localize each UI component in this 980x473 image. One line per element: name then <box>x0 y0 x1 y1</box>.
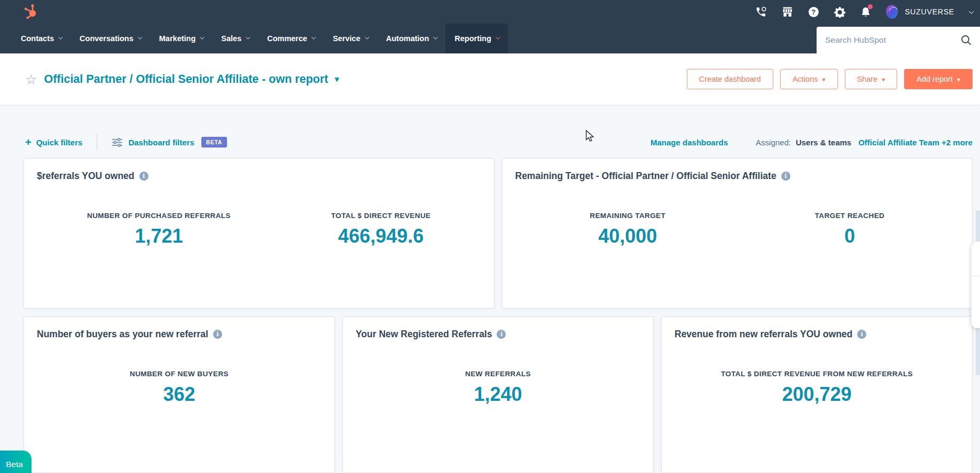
metric-label: TOTAL $ DIRECT REVENUE FROM NEW REFERRAL… <box>721 370 913 378</box>
report-card-revenue-new-referrals: Revenue from new referrals YOU owned TOT… <box>661 316 973 473</box>
info-icon[interactable] <box>781 172 790 181</box>
info-icon[interactable] <box>857 330 866 339</box>
chevron-down-icon <box>200 35 204 39</box>
plus-icon <box>25 137 32 148</box>
info-icon[interactable] <box>139 172 148 181</box>
metric-value: 0 <box>815 225 885 247</box>
report-card-new-registered-referrals: Your New Registered Referrals NEW REFERR… <box>342 316 654 473</box>
beta-badge: BETA <box>201 137 227 148</box>
report-card-remaining-target: Remaining Target - Official Partner / Of… <box>502 158 973 308</box>
help-icon[interactable]: ? <box>807 6 819 18</box>
card-title: $referrals YOU owned <box>37 170 135 182</box>
dashboard-filters-link[interactable]: Dashboard filters <box>128 138 194 147</box>
report-row-2: Number of buyers as your new referral NU… <box>23 316 973 473</box>
share-button[interactable]: Share <box>845 69 898 89</box>
info-icon[interactable] <box>497 330 506 339</box>
chevron-down-icon <box>58 35 62 39</box>
divider <box>97 134 97 150</box>
toolbar-right: Manage dashboards Assigned: Users & team… <box>650 138 973 147</box>
account-chevron-down-icon[interactable] <box>969 9 974 14</box>
card-title: Remaining Target - Official Partner / Of… <box>515 170 777 182</box>
report-card-referrals-owned: $referrals YOU owned NUMBER OF PURCHASED… <box>23 158 495 308</box>
nav-label: Marketing <box>159 34 196 43</box>
hubspot-dashboard-page: ? SUZUVERSE Contacts <box>0 0 980 473</box>
metric: TARGET REACHED 0 <box>815 212 885 247</box>
metric-value: 362 <box>130 383 229 406</box>
metric: NUMBER OF PURCHASED REFERRALS 1,721 <box>87 212 231 247</box>
dashboard-switcher-caret-icon[interactable] <box>334 74 339 85</box>
card-title: Number of buyers as your new referral <box>37 329 208 340</box>
beta-corner-tag[interactable]: Beta <box>0 451 32 473</box>
nav-label: Service <box>333 34 360 43</box>
card-title: Your New Registered Referrals <box>356 329 492 340</box>
notification-dot <box>868 4 873 9</box>
nav-item-reporting[interactable]: Reporting <box>445 24 507 53</box>
chevron-down-icon <box>957 75 960 83</box>
notifications-icon[interactable] <box>860 6 872 18</box>
card-title-row: Number of buyers as your new referral <box>37 329 322 340</box>
hubspot-sprocket-icon[interactable] <box>23 4 38 20</box>
assigned-users-value: Users & teams <box>796 138 851 147</box>
nav-item-conversations[interactable]: Conversations <box>70 24 150 53</box>
metric: NEW REFERRALS 1,240 <box>465 370 531 406</box>
nav-label: Automation <box>386 34 429 43</box>
metric-value: 1,240 <box>465 383 531 406</box>
button-label: Actions <box>793 75 818 83</box>
sliders-icon <box>112 138 123 147</box>
actions-button[interactable]: Actions <box>780 69 838 89</box>
report-card-new-buyers: Number of buyers as your new referral NU… <box>23 316 335 473</box>
manage-dashboards-link[interactable]: Manage dashboards <box>650 138 728 147</box>
nav-label: Conversations <box>80 34 134 43</box>
metric-label: NUMBER OF PURCHASED REFERRALS <box>87 212 231 220</box>
metric-value: 200,729 <box>721 383 913 406</box>
chevron-down-icon <box>882 75 885 83</box>
account-name[interactable]: SUZUVERSE <box>905 7 954 16</box>
chevron-down-icon <box>433 35 437 39</box>
nav-label: Contacts <box>21 34 54 43</box>
question-mark-glyph: ? <box>809 7 819 17</box>
divider <box>971 276 980 276</box>
metric-label: REMAINING TARGET <box>590 212 665 220</box>
nav-item-commerce[interactable]: Commerce <box>258 24 324 53</box>
add-report-button[interactable]: Add report <box>904 69 973 89</box>
chevron-down-icon <box>822 75 825 83</box>
chevron-down-icon <box>496 35 500 39</box>
nav-item-contacts[interactable]: Contacts <box>12 24 70 53</box>
settings-icon[interactable] <box>834 6 845 18</box>
nav-item-sales[interactable]: Sales <box>212 24 258 53</box>
search-icon[interactable] <box>960 34 972 48</box>
phone-icon[interactable] <box>755 6 767 18</box>
dashboard-header: Official Partner / Official Senior Affil… <box>0 53 980 105</box>
favorite-star-icon[interactable] <box>25 73 37 86</box>
metrics: NUMBER OF PURCHASED REFERRALS 1,721 TOTA… <box>37 212 481 247</box>
report-row-1: $referrals YOU owned NUMBER OF PURCHASED… <box>23 158 973 308</box>
nav-item-service[interactable]: Service <box>324 24 377 53</box>
chevron-down-icon <box>138 35 142 39</box>
metrics: TOTAL $ DIRECT REVENUE FROM NEW REFERRAL… <box>675 370 959 406</box>
account-avatar[interactable] <box>886 6 898 18</box>
metric: TOTAL $ DIRECT REVENUE 466,949.6 <box>331 212 431 247</box>
filters-toolbar: Quick filters Dashboard filters BETA Man… <box>25 133 973 151</box>
search-input[interactable] <box>825 35 957 45</box>
global-search <box>817 27 980 53</box>
quick-filters-link[interactable]: Quick filters <box>36 138 83 147</box>
button-label: Add report <box>916 75 953 83</box>
top-utility-bar: ? SUZUVERSE <box>0 0 980 24</box>
header-buttons: Create dashboard Actions Share Add repor… <box>687 69 973 89</box>
create-dashboard-button[interactable]: Create dashboard <box>687 69 773 89</box>
card-title-row: Remaining Target - Official Partner / Of… <box>515 170 960 182</box>
right-edge-panel-tab[interactable] <box>971 242 980 328</box>
metric-label: NUMBER OF NEW BUYERS <box>130 370 229 378</box>
nav-item-marketing[interactable]: Marketing <box>150 24 213 53</box>
metrics: REMAINING TARGET 40,000 TARGET REACHED 0 <box>515 212 960 247</box>
chevron-down-icon <box>311 35 316 39</box>
nav-item-automation[interactable]: Automation <box>377 24 446 53</box>
metric-value: 1,721 <box>87 225 231 247</box>
page-title: Official Partner / Official Senior Affil… <box>44 73 328 86</box>
assigned-team-link[interactable]: Official Affiliate Team +2 more <box>858 138 973 147</box>
info-icon[interactable] <box>213 330 222 339</box>
metric: TOTAL $ DIRECT REVENUE FROM NEW REFERRAL… <box>721 370 913 406</box>
marketplace-icon[interactable] <box>781 6 793 18</box>
metric-label: TARGET REACHED <box>815 212 885 220</box>
button-label: Share <box>857 75 878 83</box>
